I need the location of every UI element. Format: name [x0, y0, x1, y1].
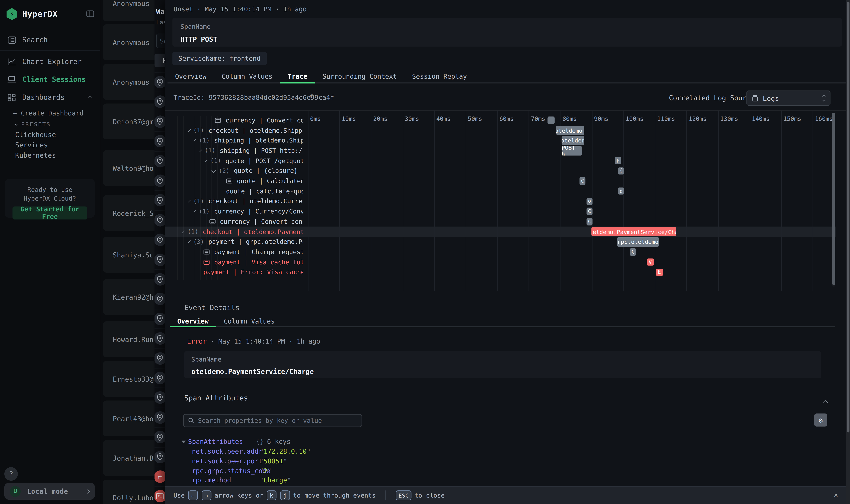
- location-pin-icon[interactable]: [155, 175, 165, 187]
- span-bar[interactable]: oteldemo.: [556, 126, 584, 135]
- navigation-swap-icon[interactable]: ⇄: [155, 470, 165, 483]
- span-bar[interactable]: c: [618, 187, 624, 195]
- location-pin-icon[interactable]: [155, 332, 165, 345]
- span-bar[interactable]: otelder: [562, 136, 584, 145]
- attributes-root-row[interactable]: SpanAttributes {}6 keys: [182, 438, 291, 446]
- trace-tree-row[interactable]: (1)currency | Currency/Convert: [170, 206, 303, 216]
- location-pin-icon[interactable]: [155, 214, 165, 227]
- tab-overview[interactable]: Overview: [170, 316, 216, 326]
- span-bar[interactable]: grpc.oteldemo.: [617, 237, 659, 247]
- log-event-icon: [203, 249, 210, 255]
- trace-tree-row[interactable]: (1)checkout | oteldemo.ShippingSe…: [170, 125, 303, 135]
- trace-tree-row[interactable]: (3)payment | grpc.oteldemo.Paymen…: [170, 237, 303, 247]
- location-pin-icon[interactable]: [155, 411, 165, 424]
- span-bar[interactable]: [548, 116, 555, 124]
- tab-column-values[interactable]: Column Values: [214, 70, 280, 82]
- chevron-down-icon: [194, 210, 196, 213]
- attribute-key[interactable]: rpc.method: [192, 476, 260, 484]
- span-bar[interactable]: o: [586, 198, 592, 205]
- tab-trace[interactable]: Trace: [280, 70, 315, 82]
- waterfall-scrollbar-thumb[interactable]: [832, 113, 835, 285]
- span-bar[interactable]: V: [647, 258, 654, 266]
- trace-tree-row[interactable]: payment | Charge request rec…: [170, 247, 303, 257]
- attribute-key[interactable]: net.sock.peer.addr: [192, 448, 260, 455]
- location-pin-icon[interactable]: [155, 352, 165, 364]
- sidebar-item-client-sessions[interactable]: Client Sessions: [0, 70, 100, 88]
- span-bar[interactable]: C: [579, 177, 585, 185]
- trace-tree-row[interactable]: currency | Convert convers…: [170, 216, 303, 227]
- sidebar-item-search[interactable]: Search: [0, 31, 100, 49]
- location-pin-icon[interactable]: [155, 115, 165, 128]
- location-pin-icon[interactable]: [155, 194, 165, 206]
- location-pin-icon[interactable]: [155, 312, 165, 325]
- get-started-button[interactable]: Get Started for Free: [12, 206, 87, 219]
- panel-scrollbar-thumb[interactable]: [847, 2, 849, 432]
- trace-tree-row[interactable]: quote | Calculated q…: [170, 176, 303, 186]
- span-bar[interactable]: C: [586, 218, 592, 225]
- tab-surrounding-context[interactable]: Surrounding Context: [315, 70, 404, 82]
- trace-tree-row[interactable]: payment | Visa cache full: c…: [170, 257, 303, 267]
- arrow-key: →: [201, 490, 211, 500]
- brand[interactable]: ⚡ HyperDX: [6, 8, 94, 21]
- collapse-section-icon[interactable]: [824, 396, 827, 407]
- location-pin-icon[interactable]: [155, 273, 165, 286]
- location-pin-icon[interactable]: [155, 253, 165, 266]
- span-bar[interactable]: POST h: [562, 146, 582, 156]
- location-pin-icon[interactable]: [155, 431, 165, 443]
- service-name-chip[interactable]: ServiceName: frontend: [172, 52, 267, 65]
- span-bar[interactable]: P: [615, 157, 621, 164]
- trace-tree-row[interactable]: currency | Convert convers…: [170, 115, 303, 125]
- trace-tree-row[interactable]: quote | calculate-quote: [170, 186, 303, 196]
- trace-tree-row[interactable]: (1)shipping | POST http://quo…: [170, 146, 303, 156]
- sidebar-collapse-icon[interactable]: [86, 9, 94, 19]
- location-pin-icon[interactable]: [155, 293, 165, 305]
- sidebar-item-dashboards[interactable]: Dashboards: [0, 88, 100, 106]
- trace-tree-row[interactable]: (1)quote | POST /getquote: [170, 156, 303, 166]
- attribute-value[interactable]: 172.28.0.10: [260, 448, 311, 455]
- trace-tree-row[interactable]: (1)checkout | oteldemo.PaymentServi…: [170, 227, 303, 237]
- attributes-search-input[interactable]: [198, 417, 357, 425]
- tab-column-values[interactable]: Column Values: [216, 316, 282, 326]
- terminal-icon[interactable]: >_: [155, 490, 165, 502]
- presets-header[interactable]: PRESETS: [0, 119, 100, 130]
- tab-session-replay[interactable]: Session Replay: [404, 70, 474, 82]
- span-bar[interactable]: {: [618, 167, 624, 175]
- log-source-select[interactable]: Logs: [746, 91, 830, 106]
- session-search-input[interactable]: Sea: [156, 34, 165, 48]
- create-dashboard-button[interactable]: + Create Dashboard: [0, 108, 100, 119]
- span-bar[interactable]: E: [656, 269, 663, 276]
- local-mode-menu[interactable]: U Local mode: [4, 483, 95, 500]
- sidebar-item-chart-explorer[interactable]: Chart Explorer: [0, 53, 100, 70]
- trace-tree-row[interactable]: (2)quote | {closure}: [170, 166, 303, 176]
- location-pin-icon[interactable]: [155, 155, 165, 167]
- location-pin-icon[interactable]: [155, 76, 165, 88]
- tab-overview[interactable]: Overview: [168, 70, 214, 82]
- grid-line: [434, 111, 435, 291]
- trace-tree-row[interactable]: (1)shipping | oteldemo.Shipping…: [170, 136, 303, 146]
- attribute-key[interactable]: rpc.grpc.status_code: [192, 467, 260, 474]
- attribute-value[interactable]: Charge: [260, 476, 291, 484]
- attribute-key[interactable]: net.sock.peer.port: [192, 457, 260, 465]
- span-bar[interactable]: oteldemo.PaymentService/Char: [592, 227, 676, 236]
- trace-row-label: shipping | oteldemo.Shipping…: [214, 137, 303, 144]
- location-pin-icon[interactable]: [155, 135, 165, 147]
- span-bar[interactable]: C: [586, 208, 592, 215]
- session-panel-button[interactable]: H: [155, 54, 165, 67]
- preset-item[interactable]: Services: [0, 140, 100, 150]
- trace-tree-row[interactable]: (1)checkout | oteldemo.CurrencySe…: [170, 196, 303, 206]
- help-button[interactable]: ?: [4, 467, 18, 481]
- span-bar[interactable]: C: [630, 248, 636, 256]
- close-icon[interactable]: ×: [834, 491, 838, 499]
- location-pin-icon[interactable]: [155, 372, 165, 384]
- location-pin-icon[interactable]: [155, 234, 165, 246]
- preset-item[interactable]: Kubernetes: [0, 150, 100, 160]
- attribute-value[interactable]: 50051: [260, 457, 287, 465]
- location-pin-icon[interactable]: [155, 392, 165, 404]
- attribute-value[interactable]: 2: [260, 467, 271, 474]
- chevron-down-icon: [188, 240, 191, 243]
- preset-item[interactable]: Clickhouse: [0, 130, 100, 140]
- location-pin-icon[interactable]: [155, 451, 165, 463]
- gear-icon[interactable]: ⚙: [814, 413, 827, 427]
- location-pin-icon[interactable]: [155, 95, 165, 108]
- trace-tree-row[interactable]: payment | Error: Visa cache ful…: [170, 267, 303, 277]
